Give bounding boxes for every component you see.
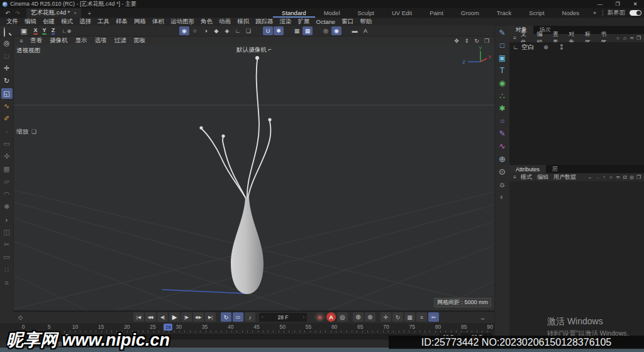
menu-item[interactable]: 体积 bbox=[149, 18, 167, 26]
axis-z-button[interactable]: Z bbox=[49, 26, 57, 35]
add-tab-button[interactable]: ＋ bbox=[86, 9, 92, 18]
frame-up-icon[interactable]: › bbox=[303, 315, 304, 319]
camera-tool-icon[interactable]: ▭ bbox=[1, 252, 13, 263]
environment-icon[interactable]: ⊕ bbox=[497, 154, 508, 164]
half-capsule-icon[interactable]: ◑ bbox=[201, 26, 211, 35]
viewport-menu-item[interactable]: 查看 bbox=[26, 37, 46, 45]
coord-system-icon[interactable]: ∟⊕ bbox=[62, 26, 72, 35]
current-frame-field[interactable]: ‹ 28 F › bbox=[259, 313, 307, 322]
viewport-menu-item[interactable]: 面板 bbox=[130, 37, 150, 45]
toggle-view-icon[interactable]: ❐ bbox=[482, 37, 492, 45]
spline-pen-icon[interactable]: ✐ bbox=[1, 113, 13, 124]
object-row[interactable]: ∟ 空白 ⊛ bbox=[509, 42, 644, 52]
spline-smooth-icon[interactable]: ∿ bbox=[1, 101, 13, 111]
hamburger-icon[interactable]: ≡ bbox=[511, 35, 518, 42]
menu-item[interactable]: Octane bbox=[313, 18, 339, 25]
close-icon[interactable]: ✕ bbox=[626, 0, 644, 8]
menu-item[interactable]: 渲染 bbox=[277, 18, 295, 26]
tweak-icon[interactable]: ◦ bbox=[1, 126, 13, 137]
forward-icon[interactable]: → bbox=[594, 174, 601, 181]
snap-cut-icon[interactable]: ✂ bbox=[428, 312, 439, 322]
filter-icon[interactable]: ≂ bbox=[628, 35, 635, 42]
redo-icon[interactable]: ↷ bbox=[13, 9, 23, 18]
workspace-tab[interactable]: Model bbox=[315, 8, 349, 18]
camera-icon[interactable]: ⊙ bbox=[497, 166, 508, 176]
menu-item[interactable]: 跟踪器 bbox=[252, 18, 277, 26]
timeline-scale-icon[interactable]: ↔ bbox=[477, 313, 488, 322]
new-ui-toggle[interactable] bbox=[630, 10, 641, 16]
field-icon[interactable]: ✱ bbox=[497, 103, 508, 113]
menu-item[interactable]: 扩展 bbox=[295, 18, 313, 26]
sound-icon[interactable]: ♪ bbox=[245, 312, 255, 322]
object-name[interactable]: 空白 bbox=[521, 43, 534, 52]
viewport-menu-item[interactable]: 选项 bbox=[91, 37, 111, 45]
axis-y-button[interactable]: Y bbox=[40, 26, 48, 35]
attributes-menu-item[interactable]: 模式 bbox=[518, 173, 535, 181]
record-pos-icon[interactable]: ⊕ bbox=[353, 312, 364, 322]
maximize-icon[interactable]: ❐ bbox=[609, 0, 626, 8]
model-mode-icon[interactable]: ▭ bbox=[1, 139, 13, 149]
viewport-canvas[interactable]: Y Z X 透视视图 默认摄像机 ⌐ 缩放❏ 网格间距 : 5000 mm bbox=[14, 45, 494, 310]
back-icon[interactable]: ← bbox=[587, 174, 594, 181]
prev-key-icon[interactable]: ◀◆ bbox=[145, 312, 156, 322]
viewport-menu-item[interactable]: 显示 bbox=[72, 37, 91, 45]
deformer-icon[interactable]: ∿ bbox=[497, 141, 508, 151]
panel-tab[interactable]: 层 bbox=[546, 165, 564, 173]
menu-item[interactable]: 角色 bbox=[197, 18, 216, 26]
workspace-tab[interactable]: UV Edit bbox=[383, 8, 421, 18]
menu-item[interactable]: 样条 bbox=[113, 18, 131, 26]
axis-mode-icon[interactable]: ✜ bbox=[1, 151, 13, 162]
mirror-tool-icon[interactable]: ◫ bbox=[1, 227, 13, 237]
next-frame-icon[interactable]: |▶ bbox=[181, 312, 192, 322]
vase-object[interactable] bbox=[231, 198, 264, 294]
mesh-cube-icon[interactable]: ▣ bbox=[497, 53, 508, 63]
box-cage-icon[interactable]: ▦ bbox=[1, 164, 13, 174]
live-selection-icon[interactable]: ◎ bbox=[1, 38, 13, 48]
home-icon[interactable]: ⌂ bbox=[621, 35, 628, 42]
popout-icon[interactable]: ❐ bbox=[635, 35, 642, 42]
undo-icon[interactable]: ↶ bbox=[3, 9, 13, 18]
menu-item[interactable]: 选择 bbox=[76, 18, 94, 26]
grid-snap-icon[interactable]: ▦ bbox=[303, 26, 313, 35]
radial-dot-icon[interactable]: ◉ bbox=[179, 26, 189, 35]
attributes-menu-item[interactable]: 用户数据 bbox=[551, 173, 579, 181]
target-icon[interactable]: ◎ bbox=[628, 174, 635, 181]
hierarchy-icon[interactable]: ≡ bbox=[1, 277, 13, 288]
square-overlap-icon[interactable]: ❏ bbox=[243, 26, 253, 35]
rect-selection-icon[interactable]: □ bbox=[1, 50, 13, 61]
workspace-tab[interactable]: Paint bbox=[421, 8, 452, 18]
goto-end-icon[interactable]: ▶| bbox=[205, 312, 216, 322]
a-badge-icon[interactable]: A bbox=[360, 26, 370, 35]
search-icon[interactable]: ○ bbox=[608, 174, 614, 181]
close-tab-icon[interactable]: × bbox=[74, 10, 77, 16]
viewport-menu-item[interactable]: 摄像机 bbox=[46, 37, 72, 45]
hex-fragment-icon[interactable]: ◈ bbox=[222, 26, 232, 35]
pla-pos-icon[interactable]: ✛ bbox=[380, 312, 391, 322]
lock-icon[interactable]: ⊡ bbox=[621, 174, 628, 181]
add-workspace-button[interactable]: ＋ bbox=[592, 9, 598, 17]
up-icon[interactable]: ↑ bbox=[601, 174, 608, 181]
frame-down-icon[interactable]: ‹ bbox=[262, 315, 263, 319]
arch-tool-icon[interactable]: ◠ bbox=[1, 189, 13, 200]
pan-icon[interactable]: ✥ bbox=[452, 37, 462, 45]
hex-solid-icon[interactable]: ◆ bbox=[211, 26, 221, 35]
hamburger-icon[interactable]: ≡ bbox=[511, 174, 518, 181]
scale-icon[interactable]: ◱ bbox=[1, 88, 13, 99]
pla-grid-icon[interactable]: ▦ bbox=[404, 312, 415, 322]
spline-pen-blue-icon[interactable]: ✎ bbox=[497, 28, 508, 38]
spline-ellipse-icon[interactable]: ○ bbox=[497, 116, 508, 126]
next-key-icon[interactable]: ◆▶ bbox=[193, 312, 204, 322]
corner-icon[interactable]: ∟ bbox=[233, 26, 243, 35]
capsule-icon[interactable]: ▬ bbox=[350, 26, 360, 35]
axis-x-button[interactable]: X bbox=[31, 26, 40, 35]
magnet-icon[interactable]: U bbox=[263, 26, 273, 35]
menu-item[interactable]: 模拟 bbox=[234, 18, 252, 26]
fit-frames-icon[interactable]: ▭ bbox=[233, 312, 243, 322]
camera-menu-icon[interactable]: ⌐ bbox=[268, 46, 272, 53]
knife-tool-icon[interactable]: ✂ bbox=[1, 239, 13, 250]
zoom-view-icon[interactable]: ⇕ bbox=[462, 37, 472, 45]
hamburger-icon[interactable]: ≡ bbox=[16, 37, 26, 45]
menu-item[interactable]: 运动图形 bbox=[167, 18, 197, 26]
menu-item[interactable]: 文件 bbox=[3, 18, 21, 26]
rotate-view-icon[interactable]: ↻ bbox=[472, 37, 482, 45]
